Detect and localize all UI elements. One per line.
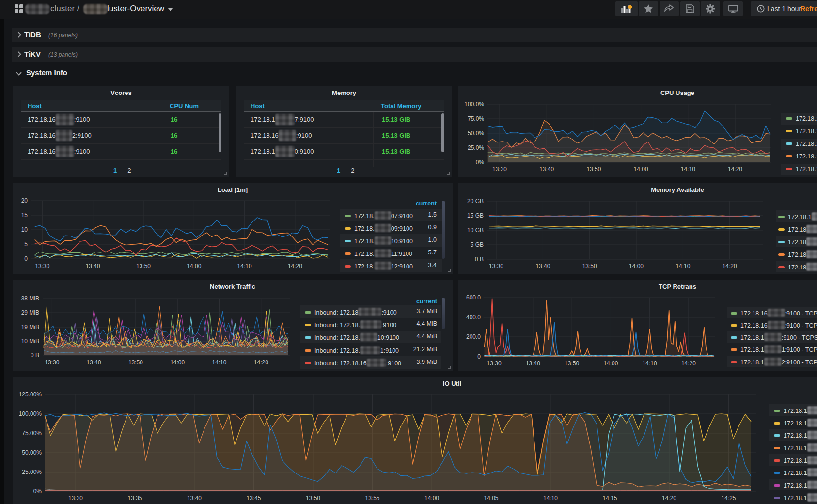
svg-text:13:50: 13:50 [136, 263, 151, 269]
svg-text:0 B: 0 B [31, 352, 39, 359]
svg-text:15 GB: 15 GB [467, 212, 484, 219]
svg-text:13:50: 13:50 [565, 360, 579, 367]
svg-text:13:30: 13:30 [35, 263, 49, 269]
svg-text:13:40: 13:40 [526, 360, 540, 367]
svg-text:14:10: 14:10 [643, 360, 657, 367]
svg-text:14:10: 14:10 [676, 263, 690, 269]
svg-text:5 GB: 5 GB [471, 241, 484, 248]
svg-text:13:55: 13:55 [365, 495, 379, 502]
svg-text:29 MiB: 29 MiB [21, 309, 39, 316]
svg-text:75.00%: 75.00% [22, 430, 42, 437]
svg-text:400.0: 400.0 [466, 314, 481, 321]
svg-text:0: 0 [24, 255, 28, 262]
svg-text:14:20: 14:20 [662, 495, 676, 502]
svg-text:14:00: 14:00 [634, 166, 648, 173]
svg-text:50.0%: 50.0% [468, 130, 484, 137]
svg-text:13:30: 13:30 [489, 263, 503, 269]
svg-text:14:20: 14:20 [254, 359, 268, 366]
svg-text:5: 5 [24, 241, 28, 248]
svg-text:13:50: 13:50 [586, 166, 601, 173]
svg-text:14:05: 14:05 [484, 495, 498, 502]
svg-text:10: 10 [21, 226, 28, 233]
svg-text:13:40: 13:40 [187, 495, 202, 502]
svg-text:14:10: 14:10 [237, 263, 252, 269]
svg-text:14:00: 14:00 [424, 495, 439, 502]
svg-text:13:45: 13:45 [246, 495, 261, 502]
svg-text:14:20: 14:20 [728, 166, 742, 173]
svg-text:13:40: 13:40 [87, 359, 101, 366]
svg-text:13:30: 13:30 [487, 360, 502, 367]
svg-text:15: 15 [21, 212, 28, 219]
svg-text:14:25: 14:25 [721, 495, 736, 502]
svg-text:10 MiB: 10 MiB [21, 338, 39, 345]
svg-text:0%: 0% [476, 159, 485, 166]
svg-text:50.00%: 50.00% [22, 449, 42, 456]
svg-text:13:40: 13:40 [539, 166, 554, 173]
svg-text:14:10: 14:10 [543, 495, 558, 502]
svg-text:13:50: 13:50 [582, 263, 597, 269]
svg-text:25.0%: 25.0% [468, 144, 484, 151]
svg-text:10 GB: 10 GB [467, 227, 484, 234]
svg-text:14:20: 14:20 [681, 360, 696, 367]
svg-text:13:30: 13:30 [45, 359, 59, 366]
svg-text:14:00: 14:00 [629, 263, 644, 269]
svg-text:14:00: 14:00 [603, 360, 618, 367]
svg-text:14:15: 14:15 [602, 495, 617, 502]
svg-text:100.00%: 100.00% [19, 410, 42, 417]
svg-text:14:20: 14:20 [288, 263, 302, 269]
svg-text:14:20: 14:20 [723, 263, 737, 269]
svg-text:13:40: 13:40 [535, 263, 550, 269]
svg-text:13:30: 13:30 [492, 166, 507, 173]
svg-text:13:30: 13:30 [68, 495, 83, 502]
svg-text:0 B: 0 B [475, 256, 484, 263]
svg-text:0%: 0% [33, 488, 42, 495]
svg-text:19 MiB: 19 MiB [21, 324, 39, 331]
svg-text:14:00: 14:00 [187, 263, 201, 269]
svg-text:13:35: 13:35 [127, 495, 142, 502]
svg-text:13:50: 13:50 [306, 495, 320, 502]
svg-text:200.0: 200.0 [466, 333, 481, 340]
svg-text:14:10: 14:10 [212, 359, 226, 366]
svg-text:100.0%: 100.0% [464, 101, 484, 108]
svg-text:125.00%: 125.00% [19, 391, 42, 398]
svg-text:600.0: 600.0 [466, 294, 481, 301]
svg-text:75.0%: 75.0% [468, 115, 484, 122]
svg-text:0: 0 [477, 353, 481, 360]
svg-text:20 GB: 20 GB [467, 198, 484, 205]
svg-text:14:10: 14:10 [681, 166, 695, 173]
svg-text:14:00: 14:00 [170, 359, 185, 366]
svg-text:25.00%: 25.00% [22, 469, 42, 475]
svg-text:13:40: 13:40 [86, 263, 100, 269]
svg-text:13:50: 13:50 [128, 359, 143, 366]
